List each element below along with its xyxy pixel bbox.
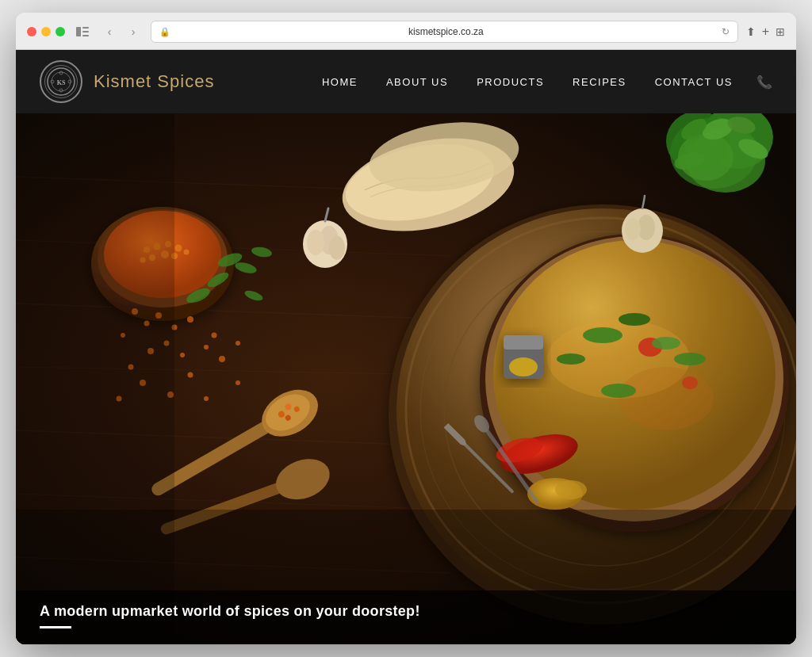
grid-view-icon[interactable]: ⊞: [776, 25, 785, 38]
logo-text: Kismet Spices: [94, 71, 214, 92]
svg-point-7: [59, 89, 63, 92]
svg-point-72: [236, 380, 240, 385]
share-icon[interactable]: ⬆: [746, 25, 756, 38]
svg-rect-1: [82, 27, 89, 29]
svg-point-28: [619, 367, 714, 430]
svg-point-4: [48, 68, 75, 95]
svg-point-40: [555, 480, 587, 499]
forward-button[interactable]: ›: [124, 22, 143, 41]
svg-point-33: [652, 337, 680, 350]
svg-point-50: [175, 245, 182, 252]
refresh-icon[interactable]: ↻: [722, 26, 730, 37]
svg-point-88: [329, 236, 345, 260]
hero-tagline: A modern upmarket world of spices on you…: [16, 590, 796, 644]
svg-point-34: [601, 384, 636, 398]
phone-icon[interactable]: 📞: [747, 74, 772, 90]
tagline-underline: [40, 626, 71, 628]
svg-text:KS: KS: [57, 79, 66, 86]
lock-icon: 🔒: [159, 27, 170, 37]
svg-point-32: [619, 313, 650, 326]
new-tab-icon[interactable]: +: [762, 25, 769, 39]
minimize-button[interactable]: [41, 27, 51, 36]
maximize-button[interactable]: [56, 27, 65, 36]
nav-item-contact[interactable]: CONTACT US: [641, 76, 747, 88]
svg-point-9: [68, 80, 71, 83]
svg-point-69: [236, 341, 240, 346]
nav-item-recipes[interactable]: RECIPES: [558, 76, 641, 88]
svg-rect-42: [504, 335, 543, 350]
nav-menu: HOME ABOUT US PRODUCTS RECIPES CONTACT U…: [308, 74, 772, 90]
svg-point-36: [674, 353, 706, 365]
svg-point-55: [184, 250, 190, 255]
svg-point-65: [212, 333, 217, 338]
svg-point-67: [219, 356, 225, 362]
svg-point-60: [187, 316, 193, 323]
svg-rect-2: [82, 31, 89, 32]
traffic-lights: [27, 27, 65, 36]
tagline-text: A modern upmarket world of spices on you…: [40, 603, 772, 620]
svg-point-71: [188, 372, 193, 378]
address-bar[interactable]: 🔒 kismetspice.co.za ↻: [151, 21, 738, 43]
browser-chrome: ‹ › 🔒 kismetspice.co.za ↻ ⬆ + ⊞: [16, 13, 796, 50]
navbar: KS Kismet Spices HOME ABOUT US PRODUCTS …: [16, 50, 796, 113]
browser-actions: ⬆ + ⊞: [746, 25, 785, 39]
browser-window: ‹ › 🔒 kismetspice.co.za ↻ ⬆ + ⊞: [16, 13, 796, 644]
nav-item-home[interactable]: HOME: [308, 76, 372, 88]
back-button[interactable]: ‹: [100, 22, 119, 41]
logo-emblem: KS: [40, 60, 82, 103]
svg-point-91: [625, 218, 641, 240]
logo-area[interactable]: KS Kismet Spices: [40, 60, 214, 103]
hero-section: A modern upmarket world of spices on you…: [16, 113, 796, 644]
svg-point-66: [204, 345, 209, 350]
svg-point-5: [52, 72, 71, 91]
svg-point-75: [204, 396, 209, 401]
browser-nav: ‹ ›: [100, 22, 143, 41]
svg-point-8: [51, 80, 54, 83]
hero-food-scene: [16, 113, 796, 644]
svg-point-6: [59, 71, 63, 74]
nav-item-about[interactable]: ABOUT US: [372, 76, 462, 88]
svg-rect-0: [76, 27, 81, 36]
svg-point-43: [509, 357, 538, 376]
svg-point-35: [557, 353, 585, 365]
svg-rect-3: [82, 35, 89, 36]
website-content: KS Kismet Spices HOME ABOUT US PRODUCTS …: [16, 50, 796, 644]
svg-point-87: [307, 230, 324, 255]
svg-point-64: [180, 353, 185, 357]
nav-item-products[interactable]: PRODUCTS: [462, 76, 558, 88]
svg-point-31: [583, 327, 622, 343]
url-text: kismetspice.co.za: [175, 26, 717, 37]
close-button[interactable]: [27, 27, 36, 36]
svg-point-30: [682, 376, 698, 389]
sidebar-toggle-icon[interactable]: [73, 22, 92, 41]
